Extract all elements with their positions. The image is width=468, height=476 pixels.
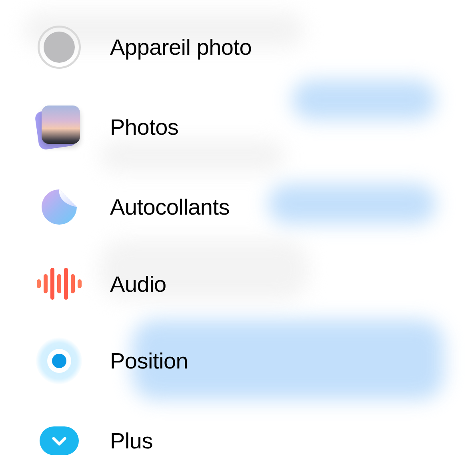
menu-item-label: Position (110, 348, 188, 374)
menu-item-more[interactable]: Plus (36, 418, 468, 464)
location-icon (36, 338, 82, 384)
menu-item-photos[interactable]: Photos (36, 104, 468, 150)
chevron-down-icon (36, 418, 82, 464)
menu-item-stickers[interactable]: Autocollants (36, 184, 468, 230)
photos-icon (36, 104, 82, 150)
camera-icon (36, 24, 82, 70)
menu-item-audio[interactable]: Audio (36, 264, 468, 304)
menu-item-label: Photos (110, 114, 178, 140)
sticker-icon (36, 184, 82, 230)
menu-item-label: Autocollants (110, 194, 230, 220)
menu-item-label: Plus (110, 428, 153, 454)
menu-item-camera[interactable]: Appareil photo (36, 24, 468, 70)
attachment-menu: Appareil photo Photos (0, 0, 468, 464)
menu-item-location[interactable]: Position (36, 338, 468, 384)
menu-item-label: Appareil photo (110, 34, 252, 60)
menu-item-label: Audio (110, 271, 166, 297)
audio-waveform-icon (36, 264, 82, 304)
